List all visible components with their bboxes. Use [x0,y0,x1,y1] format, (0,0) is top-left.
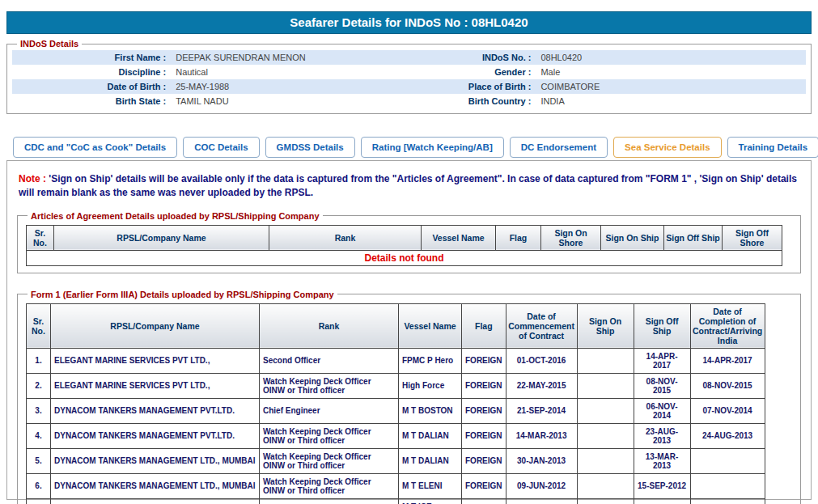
table-cell: 14-APR-2017 [634,348,690,373]
tab-rating-watch-keeping-ab[interactable]: Rating [Watch Keeping/AB] [361,137,504,158]
table-cell [577,473,634,498]
table-cell: 4. [27,423,51,448]
table-cell: 08-NOV-2015 [690,373,765,398]
column-header: Sr. No. [27,225,54,250]
column-header: Sign Off Ship [634,303,690,348]
tab-sea-service-details[interactable]: Sea Service Details [613,137,722,158]
articles-table: Sr. No.RPSL/Company NameRankVessel NameF… [26,225,782,266]
form1-head: Sr. No.RPSL/Company NameRankVessel NameF… [27,303,765,348]
tab-training-details[interactable]: Training Details [727,137,818,158]
column-header: Flag [462,303,506,348]
table-cell [577,398,634,423]
table-cell: 1. [27,348,51,373]
column-header: Rank [269,225,422,250]
table-cell: M T DALIAN [399,448,462,473]
column-header: Date of Commencement of Contract [506,303,577,348]
table-cell: FOREIGN [462,448,506,473]
table-cell [690,448,765,473]
column-header: Sign Off Ship [664,225,723,250]
tab-coc-details[interactable]: COC Details [183,137,259,158]
field-value: 08HL0420 [536,50,806,65]
column-header: Sign Off Shore [723,225,782,250]
table-cell: 23-JUN-2009 [506,498,577,504]
column-header: Sign On Ship [577,303,634,348]
table-row: 5.DYNACOM TANKERS MANAGEMENT LTD., MUMBA… [27,448,765,473]
table-cell [577,348,634,373]
table-row: 6.DYNACOM TANKERS MANAGEMENT LTD., MUMBA… [27,473,765,498]
column-header: RPSL/Company Name [54,225,269,250]
table-row: 1.ELEGANT MARINE SERVICES PVT LTD.,Secon… [27,348,765,373]
empty-message: Details not found [27,250,782,265]
table-row: 3.DYNACOM TANKERS MANAGEMENT PVT.LTD.Chi… [27,398,765,423]
table-cell: Watch Keeping Deck Officer OINW or Third… [260,448,399,473]
table-cell: M T BOSTON [399,398,462,423]
table-cell: 23-AUG-2013 [634,423,690,448]
column-header: Flag [496,225,541,250]
field-label: Birth State : [12,94,171,108]
content-panel: Note : 'Sign on Ship' details will be av… [6,160,812,500]
indos-details-section: INDoS Details First Name :DEEPAK SURENDR… [6,39,812,114]
table-cell: DYNACOM TANKERS MANAGEMENT LTD., MUMBAI [51,473,260,498]
table-row: 4.DYNACOM TANKERS MANAGEMENT PVT.LTD.Wat… [27,423,765,448]
table-cell: 22-MAY-2015 [506,373,577,398]
table-cell: FOREIGN [462,398,506,423]
indos-row: Discipline :NauticalGender :Male [12,65,806,79]
table-cell: Second Officer [260,348,399,373]
table-cell: 08-NOV-2015 [634,373,690,398]
note-text: 'Sign on Ship' details will be available… [19,173,797,198]
indos-row: Birth State :TAMIL NADUBirth Country :IN… [12,94,806,108]
column-header: Sign On Ship [601,225,664,250]
table-cell [690,473,765,498]
table-cell: DYNACOM TANKERS MANAGEMENT LTD., MUMBAI [51,498,260,504]
table-cell: Watch Keeping Deck Officer OINW or Third… [260,373,399,398]
field-label: INDoS No. : [433,50,536,65]
column-header: Sign On Shore [541,225,601,250]
table-cell: FOREIGN [462,498,506,504]
column-header: Vessel Name [399,303,462,348]
table-cell: Cadet(Nautical Science) [260,498,399,504]
table-cell: FOREIGN [462,348,506,373]
table-cell: 14-MAR-2013 [506,423,577,448]
table-cell: ELEGANT MARINE SERVICES PVT LTD., [51,373,260,398]
note-prefix: Note : [19,173,46,184]
table-cell: 5. [27,448,51,473]
tab-gmdss-details[interactable]: GMDSS Details [265,137,355,158]
form1-body: 1.ELEGANT MARINE SERVICES PVT LTD.,Secon… [27,348,765,504]
table-cell: FPMC P Hero [399,348,462,373]
indos-details-legend: INDoS Details [17,39,82,49]
table-cell: 11-NOV-2010 [634,498,690,504]
field-label: Discipline : [12,65,171,79]
page: Seafarer Details for INDoS No : 08HL0420… [0,0,818,500]
table-cell: 06-NOV-2014 [634,398,690,423]
table-cell: Watch Keeping Deck Officer OINW or Third… [260,423,399,448]
form1-table: Sr. No.RPSL/Company NameRankVessel NameF… [26,303,765,504]
table-cell: FOREIGN [462,423,506,448]
articles-body: Details not found [27,250,782,265]
form1-legend: Form 1 (Earlier Form IIIA) Details uploa… [28,290,337,299]
field-value: DEEPAK SURENDRAN MENON [171,50,433,65]
table-cell: FOREIGN [462,373,506,398]
table-cell: DYNACOM TANKERS MANAGEMENT PVT.LTD. [51,423,260,448]
tab-dc-endorsement[interactable]: DC Endorsement [510,137,608,158]
articles-head: Sr. No.RPSL/Company NameRankVessel NameF… [27,225,782,250]
table-cell: FOREIGN [462,473,506,498]
table-cell: M T DALIAN [399,423,462,448]
indos-row: Date of Birth :25-MAY-1988Place of Birth… [12,79,806,94]
table-cell [577,423,634,448]
tabs: CDC and "CoC as Cook" DetailsCOC Details… [13,137,805,158]
column-header: Rank [260,303,399,348]
articles-legend: Articles of Agreement Details uploaded b… [28,211,323,221]
articles-empty-row: Details not found [27,250,782,265]
note: Note : 'Sign on Ship' details will be av… [19,172,799,200]
table-cell: 09-JUN-2012 [506,473,577,498]
table-cell: 15-SEP-2012 [634,473,690,498]
column-header: Date of Completion of Contract/Arriving … [690,303,765,348]
field-value: Male [536,65,806,79]
table-cell [577,448,634,473]
table-cell: Chief Engineer [260,398,399,423]
table-row: 2.ELEGANT MARINE SERVICES PVT LTD.,Watch… [27,373,765,398]
field-value: Nautical [171,65,433,79]
table-cell: 01-OCT-2016 [506,348,577,373]
field-label: Date of Birth : [12,79,171,94]
tab-cdc-and-coc-as-cook-details[interactable]: CDC and "CoC as Cook" Details [13,137,177,158]
